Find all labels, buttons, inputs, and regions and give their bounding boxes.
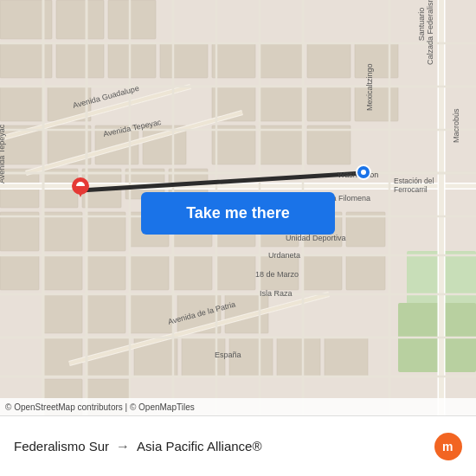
svg-rect-7 <box>56 43 104 78</box>
svg-rect-4 <box>56 0 104 39</box>
origin-label: Federalismo Sur <box>14 439 109 453</box>
svg-text:Avenida Tepeyac: Avenida Tepeyac <box>0 124 6 183</box>
svg-rect-10 <box>0 87 43 121</box>
svg-text:18 de Marzo: 18 de Marzo <box>255 270 299 279</box>
moovit-logo: m <box>434 433 462 460</box>
svg-rect-5 <box>108 0 156 39</box>
svg-rect-8 <box>108 43 156 78</box>
svg-rect-44 <box>277 338 320 376</box>
svg-rect-50 <box>303 255 342 290</box>
svg-rect-30 <box>130 255 169 290</box>
svg-rect-62 <box>260 125 303 164</box>
svg-text:Mexicaltzingo: Mexicaltzingo <box>365 63 374 111</box>
svg-rect-34 <box>43 294 82 333</box>
svg-rect-35 <box>87 294 125 333</box>
attribution-text: © OpenStreetMap contributors | © OpenMap… <box>5 402 195 412</box>
svg-rect-27 <box>0 255 39 290</box>
svg-text:Isla Raza: Isla Raza <box>260 289 293 298</box>
svg-rect-53 <box>212 43 255 78</box>
svg-rect-29 <box>87 255 125 290</box>
svg-text:Ferrocarril: Ferrocarril <box>394 185 428 194</box>
svg-rect-21 <box>0 212 39 251</box>
svg-rect-55 <box>307 43 351 78</box>
svg-point-114 <box>361 170 366 175</box>
svg-rect-60 <box>355 87 398 121</box>
svg-text:m: m <box>442 440 453 453</box>
svg-rect-9 <box>160 43 208 78</box>
svg-rect-39 <box>43 338 82 376</box>
route-info: Federalismo Sur → Asia Pacific Alliance® <box>14 439 434 454</box>
svg-text:Unidad Deportiva: Unidad Deportiva <box>286 234 346 242</box>
svg-rect-31 <box>173 255 212 290</box>
svg-rect-58 <box>260 87 303 121</box>
svg-text:Santuario: Santuario <box>417 8 426 42</box>
svg-text:España: España <box>215 351 241 359</box>
destination-label: Asia Pacific Alliance® <box>137 439 261 453</box>
attribution-bar: © OpenStreetMap contributors | © OpenMap… <box>0 398 476 415</box>
svg-rect-61 <box>212 125 255 164</box>
svg-text:Calzada Federalismo: Calzada Federalismo <box>426 0 434 65</box>
svg-rect-54 <box>260 43 303 78</box>
svg-rect-32 <box>216 255 255 290</box>
map-container: Santuario Calzada Federalismo Mexicaltzi… <box>0 0 476 415</box>
svg-text:Macrobús: Macrobús <box>452 108 460 143</box>
take-me-there-button[interactable]: Take me there <box>141 192 335 235</box>
svg-rect-59 <box>307 87 351 121</box>
svg-rect-51 <box>346 255 385 290</box>
svg-text:Estación del: Estación del <box>394 177 434 185</box>
bottom-bar: Federalismo Sur → Asia Pacific Alliance®… <box>0 415 476 476</box>
svg-rect-63 <box>307 125 351 164</box>
svg-rect-36 <box>130 294 173 333</box>
svg-rect-45 <box>325 338 368 376</box>
svg-rect-56 <box>355 43 398 78</box>
svg-rect-28 <box>43 255 82 290</box>
svg-text:Urdaneta: Urdaneta <box>268 251 300 260</box>
arrow-icon: → <box>116 439 130 454</box>
svg-rect-23 <box>87 212 125 251</box>
moovit-icon: m <box>434 433 462 460</box>
svg-rect-22 <box>43 212 82 251</box>
